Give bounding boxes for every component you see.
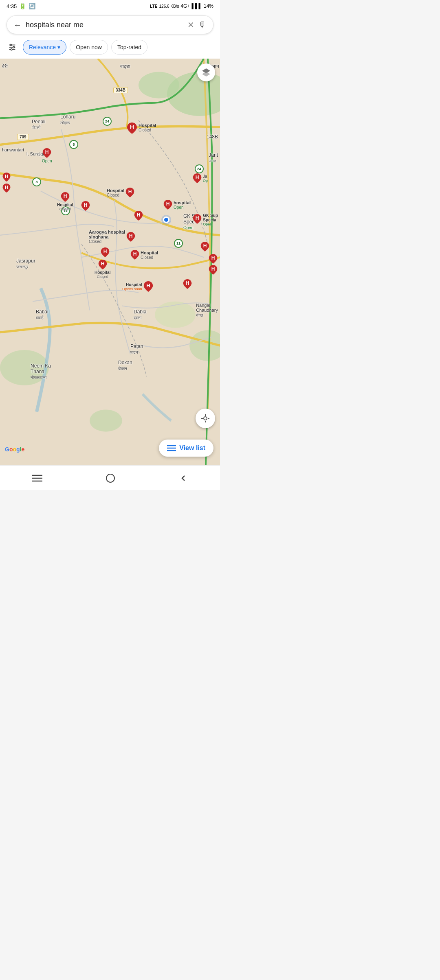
status-bar: 4:35 🔋 🔄 LTE 126.6 KB/s 4G+ ▌▌▌ 14% [0,0,220,12]
hospital-pin-1[interactable]: H Hospital Closed [126,122,156,133]
relevance-dropdown-icon: ▾ [57,44,60,50]
svg-text:H: H [128,189,132,195]
svg-point-5 [11,49,12,50]
road-shield-24b: 24 [195,164,204,173]
search-mic-button[interactable]: 🎙 [198,20,207,30]
hospital-pin-11[interactable]: H [100,247,110,258]
place-neem-ka-thana: Neem KaThanaनीमकाथाना [31,363,51,380]
hospital-pin-opens-soon[interactable]: Hospital Opens soon H [122,280,154,293]
hospital-pin-9[interactable]: H [134,210,143,221]
place-loharu: Loharuलोहारू [60,114,75,125]
current-location-dot [163,217,169,223]
road-shield-8b: 8 [32,177,41,186]
svg-text:H: H [133,251,137,257]
nav-menu-button[interactable] [24,470,51,486]
road-shield-8: 8 [69,140,78,149]
hospital-pin-right1[interactable]: H Ja Op [192,173,208,184]
hospital-pin-3[interactable]: H [2,172,11,182]
relevance-label: Relevance [29,44,56,50]
svg-text:H: H [45,149,49,155]
svg-text:H: H [129,233,133,239]
hospital-pin-7[interactable]: H hospital Open [163,199,191,210]
svg-text:H: H [203,243,207,249]
svg-text:H: H [103,249,107,254]
status-time: 4:35 [7,3,17,9]
hospital-pin-8[interactable]: H [81,200,90,212]
hospital-pin-bottom1[interactable]: H [183,278,192,290]
hospital-pin-6[interactable]: Hospital Closed H [107,187,135,198]
svg-point-4 [13,46,15,48]
road-shield-11b: 11 [174,239,183,248]
battery-percent: 14% [204,3,213,9]
filter-bar: Relevance ▾ Open now Top-rated [0,37,220,59]
hospital-pin-13[interactable]: H Hospital Closed [130,249,158,260]
road-label-709: 709 [17,134,29,140]
relevance-filter-button[interactable]: Relevance ▾ [23,40,66,55]
place-patan: Patanपाटन [130,343,143,355]
place-nangal-chaudhary: NangalChaudharyनंगल [196,303,218,318]
network-type: 4G+ [180,3,190,9]
view-list-label: View list [179,444,205,452]
place-badhda: बाढ़डा [120,63,130,69]
place-babai: Babaiबाबाई [36,309,48,320]
search-clear-button[interactable]: ✕ [187,20,194,30]
bottom-nav [0,466,220,490]
top-rated-filter-button[interactable]: Top-rated [111,40,147,55]
svg-text:H: H [211,266,215,272]
svg-point-47 [106,474,114,482]
google-logo: Google [5,446,24,453]
svg-marker-35 [202,72,210,77]
svg-point-36 [204,417,207,420]
svg-text:H: H [130,124,134,130]
hospital-pin-4[interactable]: H [2,183,11,193]
place-peepli: Peepliपीपली [32,119,45,130]
status-right: LTE 126.6 KB/s 4G+ ▌▌▌ 14% [150,3,213,9]
search-query[interactable]: hospitals near me [26,21,183,29]
hospital-pin-12[interactable]: H Hospital Closed [95,259,110,279]
svg-text:H: H [5,174,8,179]
svg-text:H: H [84,202,88,208]
road-label-148b-label: 148B [207,134,218,140]
signal-icon: ▌▌▌ [191,3,202,9]
nav-home-button[interactable] [97,469,123,487]
svg-text:H: H [5,185,8,190]
open-now-label: Open now [76,44,102,50]
hospital-pin-5[interactable]: H Hospital Closed [57,191,73,211]
hospital-pin-16[interactable]: H [208,264,218,276]
hospital-pin-aarogya[interactable]: Aarogya hospital singhana Closed H [89,230,136,244]
place-dokan: Dokanदोकान [118,360,132,371]
svg-text:H: H [186,280,189,286]
hospital-pin-2[interactable]: H Open [42,147,52,163]
svg-point-3 [10,44,12,46]
place-dabla: Dablaदबला [134,309,146,320]
svg-text:H: H [137,212,141,218]
network-speed: 126.6 KB/s [159,4,179,9]
road-shield-24: 24 [103,117,112,126]
view-list-button[interactable]: View list [159,440,213,457]
hospital-pin-14[interactable]: H [200,241,210,252]
nav-back-button[interactable] [170,469,196,487]
back-button[interactable]: ← [13,20,22,30]
svg-point-8 [139,72,179,98]
hospital-pin-15[interactable]: H [208,253,218,265]
road-label-334b: 334B [113,87,128,93]
svg-text:H: H [101,261,104,267]
my-location-button[interactable] [196,409,215,428]
sync-icon: 🔄 [29,3,35,9]
svg-point-10 [90,409,122,431]
place-hanwantari: hanwantari [2,147,24,152]
filter-sliders-button[interactable] [5,40,20,55]
svg-text:H: H [211,255,215,261]
place-jant: Jantजनत [209,152,218,164]
search-input-wrap[interactable]: ← hospitals near me ✕ 🎙 [7,15,213,34]
open-now-filter-button[interactable]: Open now [70,40,108,55]
map-container[interactable]: 334B 709 148B 8 24 24 11 11 8 Peepliपीपल… [0,59,220,465]
top-rated-label: Top-rated [117,44,141,50]
svg-text:H: H [166,201,170,207]
hospital-pin-gk[interactable]: H GK Sup Specia Open [192,213,218,226]
svg-text:H: H [146,282,150,289]
status-left: 4:35 🔋 🔄 [7,3,35,9]
place-beri: बेरी [2,63,8,69]
svg-text:H: H [63,193,67,199]
map-layer-button[interactable] [197,63,215,81]
